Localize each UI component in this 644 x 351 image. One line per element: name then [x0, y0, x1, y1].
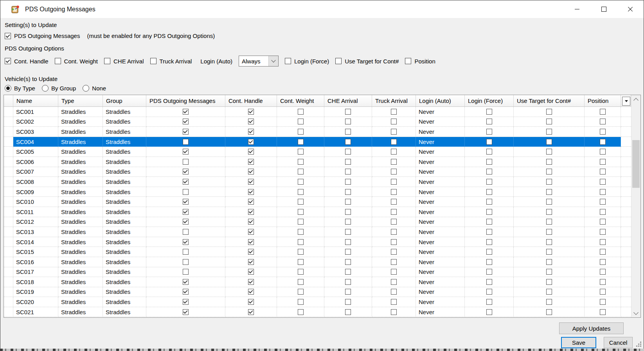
cell-chearrival-checkbox[interactable] [324, 287, 372, 297]
cell-conthandle-checkbox[interactable] [225, 107, 277, 117]
table-row[interactable]: SC008StraddlesStraddlesNever [4, 177, 631, 187]
cell-position-checkbox[interactable] [585, 237, 621, 247]
cell-contweight-checkbox[interactable] [277, 157, 324, 167]
cell-conthandle-checkbox[interactable] [225, 117, 277, 127]
cell-loginforce-checkbox[interactable] [465, 167, 514, 177]
cell-usetarget-checkbox[interactable] [514, 217, 585, 227]
cell-conthandle-checkbox[interactable] [225, 207, 277, 217]
checkbox-truck-arrival[interactable]: Truck Arrival [150, 58, 192, 65]
column-header-login-force[interactable]: Login (Force) [465, 95, 514, 107]
cell-position-checkbox[interactable] [585, 197, 621, 207]
cell-position-checkbox[interactable] [585, 107, 621, 117]
table-row[interactable]: SC006StraddlesStraddlesNever [4, 157, 631, 167]
cell-truckarrival-checkbox[interactable] [372, 157, 416, 167]
cell-position-checkbox[interactable] [585, 127, 621, 137]
cell-conthandle-checkbox[interactable] [225, 197, 277, 207]
radio-by-type[interactable]: By Type [5, 85, 35, 92]
cell-chearrival-checkbox[interactable] [324, 237, 372, 247]
cell-truckarrival-checkbox[interactable] [372, 187, 416, 197]
cell-contweight-checkbox[interactable] [277, 277, 324, 287]
cell-conthandle-checkbox[interactable] [225, 137, 277, 147]
cell-usetarget-checkbox[interactable] [514, 177, 585, 187]
cell-usetarget-checkbox[interactable] [514, 237, 585, 247]
cell-truckarrival-checkbox[interactable] [372, 307, 416, 317]
cell-contweight-checkbox[interactable] [277, 167, 324, 177]
table-row[interactable]: SC012StraddlesStraddlesNever [4, 217, 631, 227]
cell-conthandle-checkbox[interactable] [225, 257, 277, 267]
cell-truckarrival-checkbox[interactable] [372, 247, 416, 257]
cell-chearrival-checkbox[interactable] [324, 267, 372, 277]
column-header-name[interactable]: Name [13, 95, 58, 107]
cell-usetarget-checkbox[interactable] [514, 157, 585, 167]
cell-chearrival-checkbox[interactable] [324, 167, 372, 177]
cell-position-checkbox[interactable] [585, 227, 621, 237]
cell-conthandle-checkbox[interactable] [225, 217, 277, 227]
column-header-type[interactable]: Type [58, 95, 103, 107]
cell-chearrival-checkbox[interactable] [324, 107, 372, 117]
column-header-login-auto[interactable]: Login (Auto) [416, 95, 465, 107]
table-row[interactable]: SC004StraddlesStraddlesNever [4, 137, 631, 147]
cell-contweight-checkbox[interactable] [277, 137, 324, 147]
cell-conthandle-checkbox[interactable] [225, 147, 277, 157]
cell-pds-checkbox[interactable] [146, 147, 225, 157]
cell-contweight-checkbox[interactable] [277, 237, 324, 247]
cell-usetarget-checkbox[interactable] [514, 287, 585, 297]
cell-truckarrival-checkbox[interactable] [372, 277, 416, 287]
cell-truckarrival-checkbox[interactable] [372, 257, 416, 267]
cell-position-checkbox[interactable] [585, 167, 621, 177]
cell-truckarrival-checkbox[interactable] [372, 237, 416, 247]
cell-truckarrival-checkbox[interactable] [372, 117, 416, 127]
cell-conthandle-checkbox[interactable] [225, 297, 277, 307]
close-button[interactable] [617, 0, 644, 18]
cell-usetarget-checkbox[interactable] [514, 227, 585, 237]
cell-pds-checkbox[interactable] [146, 157, 225, 167]
cell-conthandle-checkbox[interactable] [225, 177, 277, 187]
cell-pds-checkbox[interactable] [146, 167, 225, 177]
cell-loginforce-checkbox[interactable] [465, 307, 514, 317]
cell-usetarget-checkbox[interactable] [514, 267, 585, 277]
cell-pds-checkbox[interactable] [146, 187, 225, 197]
cell-chearrival-checkbox[interactable] [324, 257, 372, 267]
cell-pds-checkbox[interactable] [146, 237, 225, 247]
cell-chearrival-checkbox[interactable] [324, 297, 372, 307]
column-header-pds-outgoing-messages[interactable]: PDS Outgoing Messages [146, 95, 225, 107]
scrollbar-down-button[interactable] [631, 309, 640, 317]
cell-contweight-checkbox[interactable] [277, 197, 324, 207]
table-row[interactable]: SC002StraddlesStraddlesNever [4, 117, 631, 127]
table-row[interactable]: SC001StraddlesStraddlesNever [4, 107, 631, 117]
cell-conthandle-checkbox[interactable] [225, 227, 277, 237]
cell-position-checkbox[interactable] [585, 137, 621, 147]
table-row[interactable]: SC017StraddlesStraddlesNever [4, 267, 631, 277]
column-header-group[interactable]: Group [103, 95, 146, 107]
cell-loginforce-checkbox[interactable] [465, 257, 514, 267]
radio-by-group[interactable]: By Group [42, 85, 76, 92]
cell-contweight-checkbox[interactable] [277, 207, 324, 217]
checkbox-cont-weight[interactable]: Cont. Weight [55, 58, 98, 65]
cell-pds-checkbox[interactable] [146, 217, 225, 227]
cell-pds-checkbox[interactable] [146, 307, 225, 317]
cell-usetarget-checkbox[interactable] [514, 187, 585, 197]
cell-truckarrival-checkbox[interactable] [372, 227, 416, 237]
cell-usetarget-checkbox[interactable] [514, 137, 585, 147]
cell-pds-checkbox[interactable] [146, 197, 225, 207]
cell-conthandle-checkbox[interactable] [225, 237, 277, 247]
cell-loginforce-checkbox[interactable] [465, 287, 514, 297]
cell-pds-checkbox[interactable] [146, 127, 225, 137]
cell-contweight-checkbox[interactable] [277, 287, 324, 297]
table-row[interactable]: SC013StraddlesStraddlesNever [4, 227, 631, 237]
table-row[interactable]: SC020StraddlesStraddlesNever [4, 297, 631, 307]
table-row[interactable]: SC015StraddlesStraddlesNever [4, 247, 631, 257]
checkbox-cont-handle[interactable]: Cont. Handle [5, 58, 49, 65]
cell-truckarrival-checkbox[interactable] [372, 297, 416, 307]
cell-usetarget-checkbox[interactable] [514, 167, 585, 177]
cell-position-checkbox[interactable] [585, 177, 621, 187]
column-options-button[interactable] [622, 97, 630, 106]
cell-usetarget-checkbox[interactable] [514, 257, 585, 267]
cell-chearrival-checkbox[interactable] [324, 217, 372, 227]
cell-pds-checkbox[interactable] [146, 297, 225, 307]
cell-chearrival-checkbox[interactable] [324, 187, 372, 197]
cell-usetarget-checkbox[interactable] [514, 147, 585, 157]
cell-position-checkbox[interactable] [585, 247, 621, 257]
cell-position-checkbox[interactable] [585, 257, 621, 267]
table-row[interactable]: SC005StraddlesStraddlesNever [4, 147, 631, 157]
